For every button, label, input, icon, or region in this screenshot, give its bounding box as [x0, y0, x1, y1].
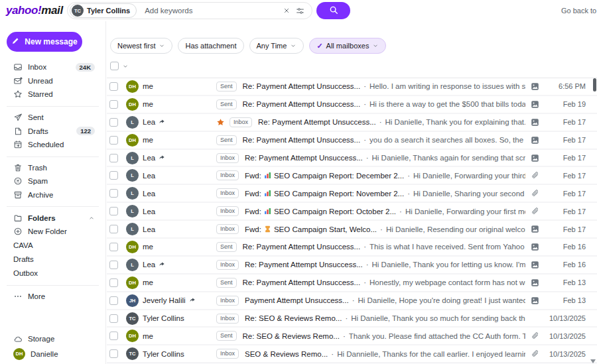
email-row[interactable]: JHJeverly HaliliInboxPayment Attempt Uns… — [107, 292, 597, 310]
email-checkbox[interactable] — [109, 314, 118, 323]
sidebar-item-storage[interactable]: Storage — [0, 331, 106, 346]
sidebar-folder-cava[interactable]: CAVA — [0, 239, 105, 253]
email-checkbox[interactable] — [109, 332, 118, 340]
email-row[interactable]: TCTyler CollinsInboxRe: SEO & Reviews Re… — [107, 310, 597, 328]
email-row[interactable]: DHmeSentRe: SEO & Reviews Remo...·Thank … — [107, 328, 597, 345]
email-checkbox[interactable] — [109, 225, 118, 233]
email-row[interactable]: DHmeSentRe: Payment Attempt Unsuccess...… — [107, 78, 597, 96]
search-input[interactable] — [143, 6, 280, 15]
advanced-filter-icon[interactable] — [293, 4, 306, 17]
sidebar-item-label: Sent — [28, 113, 44, 121]
email-checkbox[interactable] — [109, 207, 118, 215]
subject-line: Re: Payment Attempt Unsuccess...·Hi Dani… — [258, 118, 525, 126]
filter-pill-has-attachment[interactable]: Has attachment — [178, 38, 243, 54]
sidebar-item-trash[interactable]: Trash — [0, 161, 105, 175]
select-all-checkbox[interactable] — [110, 62, 119, 70]
star-icon[interactable] — [216, 118, 225, 127]
subject-snippet-separator: · — [364, 243, 366, 251]
filter-pill-newest-first[interactable]: Newest first — [110, 38, 172, 54]
sidebar-item-more[interactable]: More — [0, 290, 105, 304]
sidebar-item-unread[interactable]: Unread — [0, 74, 105, 88]
sidebar-item-scheduled[interactable]: Scheduled — [0, 138, 105, 152]
email-checkbox[interactable] — [109, 243, 118, 251]
scrollbar-down-arrow[interactable] — [590, 359, 596, 363]
reply-icon — [189, 296, 197, 304]
sender-name: me — [143, 278, 153, 286]
search-bar[interactable]: TC Tyler Collins — [67, 2, 312, 19]
sidebar-divider — [7, 106, 99, 107]
email-checkbox[interactable] — [109, 171, 118, 180]
yahoo-mail-logo[interactable]: yahoo!mail — [6, 4, 63, 17]
email-row[interactable]: LLeaInboxRe: Payment Attempt Unsuccess..… — [107, 150, 597, 168]
email-checkbox[interactable] — [109, 278, 118, 287]
scrollbar-track[interactable] — [593, 78, 596, 357]
sidebar-folder-drafts[interactable]: Drafts — [0, 253, 105, 267]
email-subject: Re: SEO & Reviews Remo... — [243, 332, 340, 340]
filter-pill-any-time[interactable]: Any Time — [249, 38, 304, 54]
chevron-down-icon — [372, 42, 379, 49]
sidebar-folder-outbox[interactable]: Outbox — [0, 267, 105, 280]
sidebar-item-drafts[interactable]: Drafts122 — [0, 124, 105, 138]
sidebar-item-inbox[interactable]: Inbox24K — [0, 60, 105, 74]
email-row[interactable]: LLeaInboxFwd:SEO Campaign Report: Octobe… — [107, 203, 597, 221]
email-subject: Re: Payment Attempt Unsuccess... — [243, 278, 361, 286]
filter-label: Newest first — [117, 42, 155, 50]
sender-name: Lea — [143, 118, 155, 126]
sender-avatar: L — [126, 116, 139, 129]
chevron-down-icon[interactable] — [122, 63, 129, 70]
search-button[interactable] — [316, 2, 350, 19]
email-checkbox[interactable] — [109, 154, 118, 162]
email-row[interactable]: LLeaInboxFwd:SEO Campaign Report: Novemb… — [107, 185, 597, 203]
more-dots-icon — [13, 292, 23, 301]
trash-icon — [13, 163, 23, 172]
sidebar-item-spam[interactable]: Spam — [0, 174, 105, 188]
email-checkbox[interactable] — [109, 82, 118, 91]
subject-line: SEO & Reviews Remo...·Hi Dannielle, Than… — [245, 350, 525, 358]
sidebar-item-account[interactable]: DH Danielle — [0, 346, 106, 361]
photo-attachment-icon — [529, 154, 540, 162]
sidebar-item-new-folder[interactable]: New Folder — [0, 225, 105, 239]
email-row[interactable]: LLeaInboxRe: Payment Attempt Unsuccess..… — [107, 257, 597, 274]
unread-count-badge: 122 — [76, 127, 95, 135]
sender-name: Lea — [143, 225, 155, 233]
email-checkbox[interactable] — [109, 118, 118, 127]
email-row[interactable]: DHmeSentRe: Payment Attempt Unsuccess...… — [107, 239, 597, 257]
sender-cell: Jeverly Halili — [143, 296, 216, 304]
clear-search-icon[interactable] — [280, 4, 293, 17]
email-row[interactable]: TCTyler CollinsInboxSEO & Reviews Remo..… — [107, 345, 597, 363]
email-row[interactable]: DHmeSentRe: Payment Attempt Unsuccess...… — [107, 274, 597, 292]
email-checkbox[interactable] — [109, 261, 118, 269]
email-date: Feb 16 — [545, 243, 597, 251]
email-checkbox[interactable] — [109, 349, 118, 358]
sidebar-item-archive[interactable]: Archive — [0, 188, 105, 202]
email-row[interactable]: LLeaInboxRe: Payment Attempt Unsuccess..… — [107, 114, 597, 132]
new-message-button[interactable]: New message — [7, 32, 82, 52]
email-row[interactable]: DHmeSentRe: Payment Attempt Unsuccess...… — [107, 132, 597, 150]
sidebar-divider — [7, 206, 99, 207]
email-checkbox[interactable] — [109, 136, 118, 145]
email-checkbox[interactable] — [109, 296, 118, 305]
sender-name: me — [143, 136, 153, 144]
subject-line: Re: Payment Attempt Unsuccess...·Hi Dani… — [245, 154, 525, 162]
email-checkbox[interactable] — [109, 100, 118, 109]
photo-attachment-icon — [529, 82, 540, 91]
sender-cell: me — [143, 100, 216, 108]
filter-pill-all-mailboxes[interactable]: ✓All mailboxes — [309, 38, 386, 54]
email-snippet: Hi Danielle, Thank you so much for sendi… — [351, 314, 525, 322]
scrollbar-thumb[interactable] — [593, 78, 596, 91]
search-contact-chip[interactable]: TC Tyler Collins — [70, 3, 137, 18]
email-row[interactable]: LLeaInboxFwd:SEO Campaign Start, Welco..… — [107, 221, 597, 239]
email-row[interactable]: DHmeSentRe: Payment Attempt Unsuccess...… — [107, 96, 597, 114]
mailbox-badge: Inbox — [216, 224, 239, 234]
sidebar-item-sent[interactable]: Sent — [0, 111, 105, 125]
email-checkbox[interactable] — [109, 189, 118, 198]
email-row[interactable]: LLeaInboxFwd:SEO Campaign Report: Decemb… — [107, 167, 597, 185]
email-subject: Re: Payment Attempt Unsuccess... — [243, 82, 361, 90]
sidebar-item-starred[interactable]: Starred — [0, 88, 105, 101]
chevron-up-icon[interactable] — [88, 215, 95, 221]
hourglass-emoji-icon — [264, 225, 271, 233]
go-back-link[interactable]: Go back to th — [561, 7, 597, 15]
sender-name: me — [143, 332, 153, 340]
sender-name: Jeverly Halili — [143, 296, 186, 304]
sidebar-item-folders[interactable]: Folders — [0, 211, 105, 225]
